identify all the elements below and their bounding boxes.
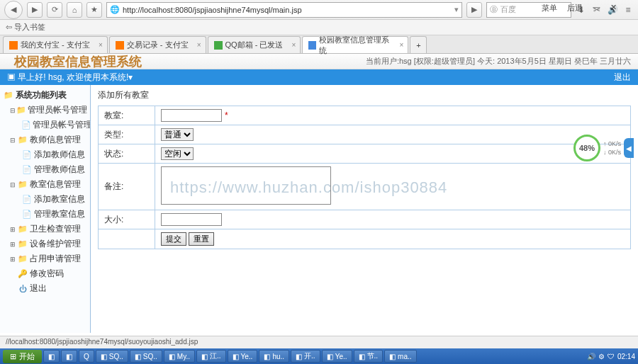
tray-icon[interactable]: 🔊 (587, 353, 595, 360)
tab-alipay-2[interactable]: 交易记录 - 支付宝× (109, 36, 206, 53)
label-remark: 备注: (99, 164, 155, 210)
tree-device[interactable]: ⊞📁设备维护管理 (0, 237, 90, 251)
tree-password[interactable]: 🔑修改密码 (0, 266, 90, 281)
tree-root[interactable]: 📁系统功能列表 (0, 88, 90, 103)
form-heading: 添加所有教室 (98, 89, 631, 101)
input-size[interactable] (161, 213, 222, 226)
form-table: 教室: * 类型: 普通 状态: 空闲 备注: 大小: (98, 106, 631, 249)
task-item[interactable]: ◧ SQ.. (96, 350, 128, 363)
tree-classroom-manage[interactable]: 📄管理教室信息 (0, 207, 90, 222)
reload-button[interactable]: ⟳ (47, 2, 62, 18)
tray-icon[interactable]: ⚙ (598, 353, 605, 360)
content-pane: 添加所有教室 教室: * 类型: 普通 状态: 空闲 备注: 大小: (91, 85, 638, 333)
url-text: http://localhost:8080/jspjiaoshijhne74my… (123, 6, 302, 14)
speed-widget: 48% ↑ 0K/s ↓ 0K/s ◀ (573, 135, 634, 161)
url-bar[interactable]: 🌐 http://localhost:8080/jspjiaoshijhne74… (106, 2, 462, 18)
label-size: 大小: (99, 210, 155, 229)
main-area: 📁系统功能列表 ⊟📁管理员帐号管理 📄管理员帐号管理 ⊟📁教师信息管理 📄添加教… (0, 85, 638, 333)
tab-strip: 我的支付宝 - 支付宝× 交易记录 - 支付宝× QQ邮箱 - 已发送× 校园教… (0, 35, 638, 54)
expand-button[interactable]: ◀ (624, 138, 634, 158)
tree-teacher[interactable]: ⊟📁教师信息管理 (0, 132, 90, 147)
label-status: 状态: (99, 144, 155, 164)
taskbar: ⊞ 开始 ◧ ◧ Q ◧ SQ.. ◧ SQ.. ◧ My.. ◧ 江.. ◧ … (0, 348, 638, 364)
back-label[interactable]: 后退 (567, 3, 583, 13)
submit-button[interactable]: 提交 (161, 232, 186, 246)
task-item[interactable]: ◧ Ye.. (322, 350, 352, 363)
tab-classroom[interactable]: 校园教室信息管理系统× (302, 36, 408, 53)
folder-icon: 📁 (3, 91, 14, 101)
task-item[interactable]: ◧ ma.. (384, 350, 416, 363)
app-title: 校园教室信息管理系统 (7, 50, 149, 73)
tree-exit[interactable]: ⏻退出 (0, 281, 90, 296)
task-item[interactable]: ◧ My.. (164, 350, 195, 363)
task-item[interactable]: ◧ SQ.. (130, 350, 162, 363)
close-label[interactable]: ✕ (610, 3, 617, 13)
tab-alipay-1[interactable]: 我的支付宝 - 支付宝× (3, 36, 108, 53)
label-classroom: 教室: (99, 106, 155, 125)
tree-admin[interactable]: ⊟📁管理员帐号管理 (0, 103, 90, 118)
speed-percent[interactable]: 48% (573, 135, 600, 161)
import-bookmark[interactable]: ⇦ 导入书签 (6, 22, 45, 33)
folder-icon: 📁 (17, 239, 28, 249)
star-button[interactable]: ★ (86, 2, 102, 18)
task-item[interactable]: ◧ hu.. (259, 350, 289, 363)
globe-icon: 🌐 (110, 5, 120, 14)
textarea-remark[interactable] (161, 166, 331, 205)
exit-icon: ⏻ (17, 284, 28, 294)
folder-icon: 📁 (16, 106, 26, 115)
task-item[interactable]: ◧ Ye.. (228, 350, 258, 363)
search-engine-icon: Ⓑ (490, 4, 498, 15)
select-type[interactable]: 普通 (161, 128, 194, 141)
speed-stats: ↑ 0K/s ↓ 0K/s (603, 140, 621, 157)
forward-button[interactable]: ▶ (27, 2, 43, 18)
page-icon: 📄 (21, 195, 33, 205)
new-tab-button[interactable]: + (410, 36, 427, 53)
tree-classroom[interactable]: ⊟📁教室信息管理 (0, 177, 90, 192)
tree-occupy[interactable]: ⊞📁占用申请管理 (0, 251, 90, 266)
close-icon[interactable]: × (400, 41, 404, 49)
page-icon: 📄 (21, 165, 33, 175)
task-item[interactable]: ◧ (43, 350, 60, 363)
menu-label[interactable]: 菜单 (542, 3, 557, 13)
task-item[interactable]: ◧ 开.. (291, 350, 320, 363)
min-label[interactable]: 一 (593, 3, 600, 13)
tab-qqmail[interactable]: QQ邮箱 - 已发送× (208, 36, 301, 53)
reset-button[interactable]: 重置 (189, 232, 214, 246)
task-item[interactable]: Q (79, 350, 94, 363)
dropdown-icon[interactable]: ▾ (454, 5, 459, 14)
task-item[interactable]: ◧ (61, 350, 77, 363)
key-icon: 🔑 (17, 269, 28, 279)
tree-teacher-add[interactable]: 📄添加教师信息 (0, 147, 90, 162)
required-mark: * (225, 110, 228, 120)
close-icon[interactable]: × (197, 41, 201, 49)
logout-link[interactable]: 退出 (614, 72, 631, 84)
page-icon: 📄 (21, 120, 31, 130)
favicon-icon (214, 41, 223, 50)
go-button[interactable]: ▶ (466, 2, 482, 18)
input-classroom[interactable] (161, 109, 222, 122)
home-button[interactable]: ⌂ (67, 2, 82, 18)
task-item[interactable]: ◧ 节.. (354, 350, 384, 363)
tray-icon[interactable]: 🛡 (608, 353, 615, 360)
close-icon[interactable]: × (292, 41, 296, 49)
tree-teacher-manage[interactable]: 📄管理教师信息 (0, 162, 90, 177)
page-icon: 📄 (21, 150, 33, 160)
tree-admin-manage[interactable]: 📄管理员帐号管理 (0, 118, 90, 132)
tree-classroom-add[interactable]: 📄添加教室信息 (0, 192, 90, 207)
favicon-icon (116, 41, 124, 50)
start-button[interactable]: ⊞ 开始 (3, 350, 42, 363)
welcome-bar: ▣ 早上好! hsg, 欢迎使用本系统!▾ 退出 (0, 69, 638, 85)
folder-icon: 📁 (17, 135, 28, 145)
task-item[interactable]: ◧ 江.. (196, 350, 226, 363)
favicon-icon (9, 41, 18, 50)
tree-hygiene[interactable]: ⊞📁卫生检查管理 (0, 222, 90, 237)
bookmark-bar: ⇦ 导入书签 (0, 20, 638, 35)
back-button[interactable]: ◀ (4, 1, 23, 19)
select-status[interactable]: 空闲 (161, 147, 194, 160)
system-tray[interactable]: 🔊 ⚙ 🛡 02:14 (587, 353, 635, 360)
app-header: 校园教室信息管理系统 当前用户:hsg [权限:超级管理员] 今天: 2013年… (0, 54, 638, 69)
more-icon[interactable]: ≡ (622, 4, 634, 16)
close-icon[interactable]: × (99, 41, 103, 49)
search-placeholder: 百度 (500, 4, 516, 15)
status-bar: //localhost:8080/jspjiaoshijhne74mysql/s… (0, 336, 638, 348)
